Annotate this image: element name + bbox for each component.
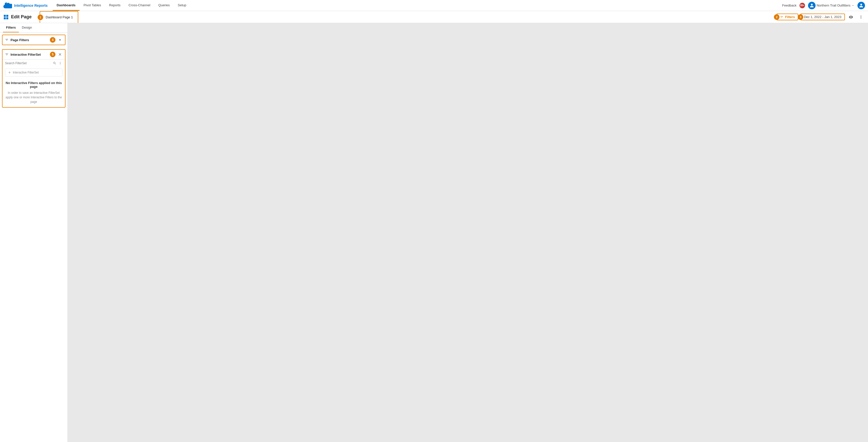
svg-rect-2 — [4, 17, 6, 19]
empty-state: No Interactive Filters applied on this p… — [2, 78, 65, 107]
org-name: Northern Trail Outfitters — [816, 3, 850, 7]
interactive-filterset-step-badge: 5 — [50, 52, 56, 57]
svg-rect-0 — [4, 15, 6, 17]
page-filters-step-badge: 4 — [50, 37, 56, 43]
canvas-area — [68, 23, 868, 442]
step2-badge: 2 — [774, 14, 779, 20]
feedback-label: Feedback — [782, 3, 797, 7]
sidebar-tabs: Filters Design — [0, 23, 67, 33]
top-navigation: Intelligence Reports Dashboards Pivot Ta… — [0, 0, 868, 11]
dashboard-page-tab[interactable]: 1 Dashboard Page 1 — [40, 11, 78, 23]
interactive-filterset-icon — [5, 53, 8, 56]
sidebar: Filters Design Page Filters 4 — [0, 23, 68, 442]
filters-label: Filters — [785, 15, 795, 19]
app-name: Intelligence Reports — [14, 3, 48, 7]
nav-tab-queries[interactable]: Queries — [154, 0, 174, 11]
org-selector[interactable]: Northern Trail Outfitters — [808, 2, 855, 9]
chevron-down-icon — [851, 4, 855, 7]
interactive-filterset-close-button[interactable] — [57, 52, 62, 57]
step1-badge: 1 — [38, 14, 43, 20]
step3-badge: 3 — [798, 14, 803, 20]
filterset-search-area — [2, 59, 65, 67]
date-range-button[interactable]: 3 Dec 1, 2022 - Jan 1, 2023 — [800, 13, 845, 20]
filterset-search-more-button[interactable] — [58, 61, 62, 65]
add-filterset-button[interactable]: Interactive FilterSet — [5, 68, 62, 76]
page-filters-sort-button[interactable] — [57, 37, 62, 42]
svg-rect-1 — [6, 15, 8, 17]
empty-state-description: In order to save an Interactive FilterSe… — [5, 91, 62, 104]
nav-tab-reports[interactable]: Reports — [105, 0, 125, 11]
main-content: Filters Design Page Filters 4 — [0, 23, 868, 442]
page-title: Edit Page — [11, 14, 32, 20]
add-filterset-label: Interactive FilterSet — [13, 71, 39, 74]
nav-tab-cross-channel[interactable]: Cross-Channel — [124, 0, 154, 11]
more-options-button[interactable] — [857, 13, 865, 21]
filters-button[interactable]: 2 Filters — [776, 13, 798, 20]
page-filters-section: Page Filters 4 — [2, 35, 65, 45]
svg-rect-3 — [6, 17, 8, 19]
page-tab-bar: 1 Dashboard Page 1 — [40, 11, 78, 23]
page-filter-icon — [5, 38, 8, 42]
sub-header: Edit Page 1 Dashboard Page 1 2 Filters 3… — [0, 11, 868, 23]
filterset-search-input[interactable] — [5, 61, 52, 65]
interactive-filterset-section: Interactive FilterSet 5 — [2, 49, 65, 107]
user-avatar — [808, 2, 815, 9]
preview-button[interactable] — [847, 13, 855, 21]
page-tab-label: Dashboard Page 1 — [46, 15, 73, 19]
user-profile-button[interactable] — [858, 2, 865, 9]
nav-right: Feedback 99+ Northern Trail Outfitters — [782, 2, 865, 9]
nav-tabs: Dashboards Pivot Tables Reports Cross-Ch… — [53, 0, 782, 11]
app-logo[interactable]: Intelligence Reports — [3, 1, 48, 10]
sub-header-right: 2 Filters 3 Dec 1, 2022 - Jan 1, 2023 — [776, 13, 865, 21]
nav-tab-setup[interactable]: Setup — [174, 0, 190, 11]
add-icon — [8, 71, 11, 74]
page-filters-title: Page Filters — [10, 38, 48, 42]
dashboard-icon — [3, 14, 9, 20]
feedback-button[interactable]: Feedback — [782, 3, 797, 7]
empty-state-title: No Interactive Filters applied on this p… — [5, 81, 62, 89]
sidebar-tab-filters[interactable]: Filters — [3, 23, 19, 32]
filter-icon — [780, 15, 783, 19]
nav-tab-pivot-tables[interactable]: Pivot Tables — [80, 0, 105, 11]
interactive-filterset-header: Interactive FilterSet 5 — [2, 50, 65, 59]
date-range-label: Dec 1, 2022 - Jan 1, 2023 — [804, 15, 841, 19]
sidebar-tab-design[interactable]: Design — [19, 23, 35, 32]
nav-tab-dashboards[interactable]: Dashboards — [53, 0, 80, 11]
search-icon — [53, 61, 57, 65]
page-title-area: Edit Page — [3, 14, 32, 20]
notification-badge[interactable]: 99+ — [800, 3, 805, 8]
interactive-filterset-title: Interactive FilterSet — [10, 53, 48, 57]
page-filters-header: Page Filters 4 — [2, 35, 65, 45]
